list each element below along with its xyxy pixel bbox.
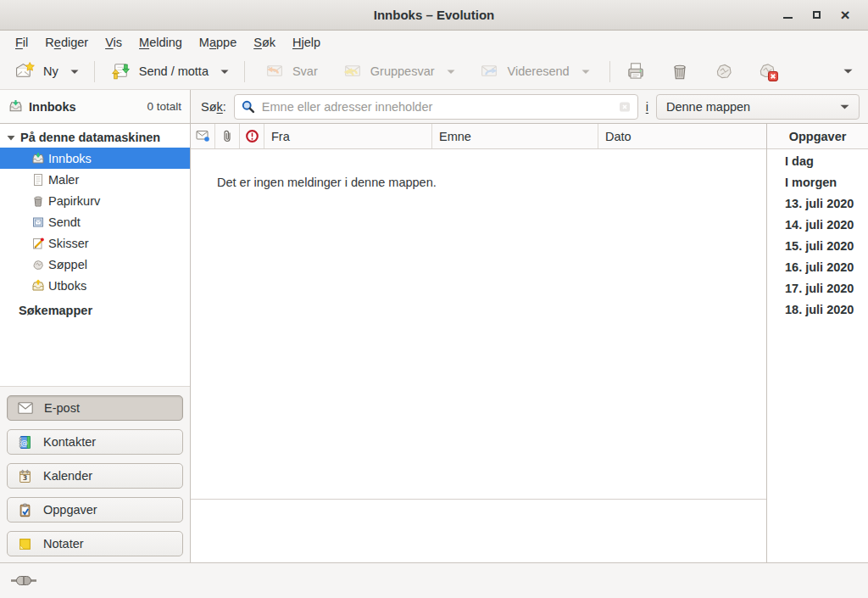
folder-label: Skisser xyxy=(48,237,89,250)
column-date[interactable]: Dato xyxy=(598,124,766,148)
search-scope-dropdown[interactable]: Denne mappen xyxy=(656,94,860,120)
folder-skisser[interactable]: Skisser xyxy=(0,232,190,254)
tree-root-on-this-computer[interactable]: På denne datamaskinen xyxy=(0,128,190,148)
search-input[interactable] xyxy=(262,100,611,114)
folder-label: Sendt xyxy=(48,215,81,229)
tasks-icon xyxy=(18,503,32,517)
group-reply-label: Gruppesvar xyxy=(370,64,435,78)
column-attachment[interactable] xyxy=(215,124,240,148)
menu-vis[interactable]: Vis xyxy=(97,33,131,52)
tasks-panel: Oppgaver I dag I morgen 13. juli 2020 14… xyxy=(767,124,868,562)
folder-innboks[interactable]: Innboks xyxy=(0,148,190,169)
switcher-contacts-button[interactable]: @ Kontakter xyxy=(7,429,183,455)
current-folder-name: Innboks xyxy=(29,100,76,114)
delete-button[interactable] xyxy=(662,56,698,87)
folder-label: Utboks xyxy=(48,279,86,293)
toolbar-separator xyxy=(94,61,95,82)
column-date-label: Dato xyxy=(605,130,632,143)
menu-mappe-label: Mappe xyxy=(199,36,236,49)
not-junk-button[interactable] xyxy=(750,56,786,87)
minimize-button[interactable] xyxy=(773,0,802,30)
tasks-panel-header[interactable]: Oppgaver xyxy=(767,124,868,149)
forward-button[interactable]: Videresend xyxy=(471,57,598,87)
folder-sidebar: På denne datamaskinen Innboks xyxy=(0,124,191,562)
switcher-calendar-button[interactable]: 3 Kalender xyxy=(7,463,183,489)
folder-label: Papirkurv xyxy=(48,194,100,208)
menu-mappe[interactable]: Mappe xyxy=(191,33,245,52)
group-reply-icon xyxy=(342,61,363,82)
maximize-button[interactable] xyxy=(802,0,831,30)
switcher-mail-button[interactable]: E-post xyxy=(7,395,183,421)
menu-hjelp[interactable]: Hjelp xyxy=(284,33,329,52)
minimize-icon xyxy=(783,17,793,19)
window-title: Innboks – Evolution xyxy=(374,8,495,22)
group-reply-button[interactable]: Gruppesvar xyxy=(334,57,463,87)
send-receive-label: Send / motta xyxy=(139,64,209,78)
reply-icon xyxy=(264,61,285,82)
folder-label: Søppel xyxy=(48,258,87,271)
menu-rediger-label: Rediger xyxy=(45,36,88,49)
forward-label: Videresend xyxy=(508,64,570,78)
close-button[interactable]: × xyxy=(831,0,860,30)
folder-papirkurv[interactable]: Papirkurv xyxy=(0,190,190,211)
column-priority[interactable] xyxy=(240,124,264,148)
switcher-label: Oppgaver xyxy=(43,503,97,517)
priority-icon xyxy=(245,129,259,143)
folder-maler[interactable]: Maler xyxy=(0,169,190,190)
switcher-memos-button[interactable]: Notater xyxy=(7,531,183,556)
task-group-date[interactable]: 13. juli 2020 xyxy=(767,193,868,215)
online-status-icon[interactable] xyxy=(11,574,36,587)
forward-dropdown[interactable] xyxy=(581,69,590,75)
chevron-down-icon xyxy=(70,69,79,75)
folder-sendt[interactable]: Sendt xyxy=(0,211,190,232)
reply-button[interactable]: Svar xyxy=(256,57,326,87)
new-message-dropdown[interactable] xyxy=(70,69,79,75)
new-message-button[interactable]: Ny xyxy=(7,57,86,87)
folder-utboks[interactable]: Utboks xyxy=(0,275,190,296)
preview-pane-splitter[interactable] xyxy=(191,499,766,500)
folder-soppel[interactable]: Søppel xyxy=(0,254,190,275)
expander-icon[interactable] xyxy=(7,134,15,142)
message-list-body[interactable]: Det er ingen meldinger i denne mappen. xyxy=(191,149,766,562)
task-group-today[interactable]: I dag xyxy=(767,151,868,172)
column-read-status[interactable] xyxy=(191,124,215,148)
send-receive-dropdown[interactable] xyxy=(220,69,229,75)
group-reply-dropdown[interactable] xyxy=(447,69,455,75)
menu-sok[interactable]: Søk xyxy=(245,33,284,52)
outbox-icon xyxy=(31,279,45,293)
junk-button[interactable] xyxy=(706,56,742,87)
clear-input-icon[interactable] xyxy=(618,100,632,114)
toolbar-overflow-button[interactable] xyxy=(835,63,861,80)
task-group-date[interactable]: 18. juli 2020 xyxy=(767,299,868,321)
tree-root-search-folders[interactable]: Søkemapper xyxy=(0,304,190,317)
task-group-tomorrow[interactable]: I morgen xyxy=(767,172,868,193)
search-label: Søk: xyxy=(201,100,226,114)
menu-fil[interactable]: Fil xyxy=(7,33,36,52)
task-group-date[interactable]: 14. juli 2020 xyxy=(767,215,868,236)
not-junk-icon xyxy=(757,60,779,82)
evolution-window: Innboks – Evolution × Fil Rediger Vis Me… xyxy=(0,0,868,598)
menubar: Fil Rediger Vis Melding Mappe Søk Hjelp xyxy=(0,31,868,53)
drafts-icon xyxy=(31,237,45,250)
chevron-down-icon xyxy=(220,69,229,75)
reply-label: Svar xyxy=(292,64,318,78)
status-bar xyxy=(0,562,868,598)
column-from[interactable]: Fra xyxy=(264,124,432,148)
print-button[interactable] xyxy=(618,56,654,87)
message-list-header: Fra Emne Dato xyxy=(191,124,766,149)
svg-text:3: 3 xyxy=(23,474,28,482)
menu-melding[interactable]: Melding xyxy=(131,33,191,52)
toolbar-separator xyxy=(244,61,245,82)
column-subject[interactable]: Emne xyxy=(432,124,598,148)
switcher-tasks-button[interactable]: Oppgaver xyxy=(7,497,183,523)
send-receive-button[interactable]: Send / motta xyxy=(103,57,236,87)
chevron-down-icon xyxy=(840,103,849,110)
titlebar[interactable]: Innboks – Evolution × xyxy=(0,0,868,31)
task-group-date[interactable]: 17. juli 2020 xyxy=(767,278,868,299)
menu-rediger[interactable]: Rediger xyxy=(36,33,97,52)
task-group-date[interactable]: 15. juli 2020 xyxy=(767,236,868,257)
attachment-icon xyxy=(220,129,234,143)
search-entry[interactable] xyxy=(234,94,638,120)
task-group-date[interactable]: 16. juli 2020 xyxy=(767,257,868,278)
menu-vis-label: Vis xyxy=(105,36,122,49)
